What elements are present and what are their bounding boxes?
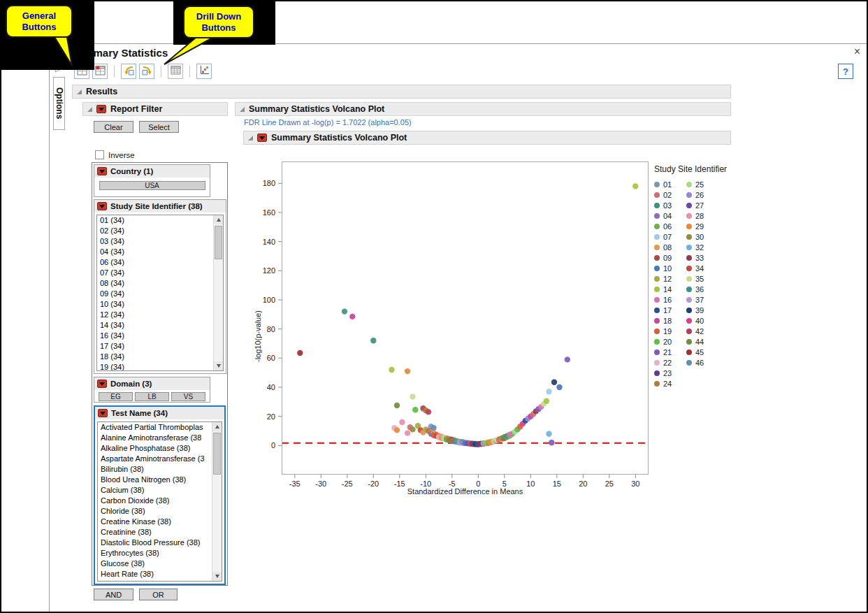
legend-item[interactable]: 30: [686, 231, 718, 242]
domain-value-eg[interactable]: EG: [99, 392, 133, 401]
legend-item[interactable]: 21: [654, 347, 686, 357]
list-item[interactable]: Creatine Kinase (38): [98, 517, 212, 527]
scroll-down-icon[interactable]: [214, 361, 223, 370]
legend-item[interactable]: 39: [686, 305, 718, 315]
help-button[interactable]: ?: [838, 64, 853, 79]
clear-button[interactable]: Clear: [94, 121, 133, 133]
legend-item[interactable]: 35: [686, 273, 718, 284]
list-item[interactable]: 16 (34): [97, 331, 213, 341]
red-triangle-menu-icon[interactable]: [97, 380, 107, 388]
list-item[interactable]: Bilirubin (38): [98, 464, 212, 475]
list-item[interactable]: 18 (34): [97, 352, 213, 362]
scroll-up-icon[interactable]: [214, 215, 223, 224]
list-item[interactable]: Alkaline Phosphatase (38): [98, 443, 212, 454]
legend-item[interactable]: 28: [686, 210, 718, 221]
legend-item[interactable]: 16: [654, 294, 686, 305]
legend-item[interactable]: 14: [654, 284, 686, 294]
list-item[interactable]: Erythrocytes (38): [98, 548, 212, 558]
legend-item[interactable]: 23: [654, 368, 686, 378]
list-item[interactable]: Glucose (38): [98, 558, 212, 569]
next-analysis-button[interactable]: [139, 64, 154, 79]
legend-item[interactable]: 17: [654, 305, 686, 315]
legend-item[interactable]: 18: [654, 315, 686, 326]
legend-item[interactable]: 02: [654, 189, 686, 200]
options-panel-tab[interactable]: Options: [53, 77, 65, 130]
legend-item[interactable]: 27: [686, 200, 718, 210]
legend-item[interactable]: 06: [654, 221, 686, 231]
legend-item[interactable]: 40: [686, 315, 718, 326]
list-item[interactable]: 01 (34): [97, 215, 213, 226]
list-item[interactable]: Calcium (38): [98, 485, 212, 496]
inverse-checkbox[interactable]: [95, 150, 104, 159]
legend-item[interactable]: 10: [654, 263, 686, 273]
list-item[interactable]: Heart Rate (38): [98, 569, 212, 579]
list-item[interactable]: 08 (34): [97, 278, 213, 289]
legend-item[interactable]: 26: [686, 189, 718, 200]
list-item[interactable]: 10 (34): [97, 299, 213, 310]
disclosure-triangle-icon[interactable]: [248, 136, 253, 140]
list-item[interactable]: 12 (34): [97, 310, 213, 320]
red-triangle-menu-icon[interactable]: [257, 134, 267, 142]
list-item[interactable]: 14 (34): [97, 320, 213, 331]
test-name-scrollbar[interactable]: [212, 422, 222, 581]
red-triangle-menu-icon[interactable]: [97, 202, 107, 210]
list-item[interactable]: 19 (34): [97, 362, 213, 370]
domain-value-vs[interactable]: VS: [171, 392, 205, 401]
legend-item[interactable]: 34: [686, 263, 718, 273]
red-triangle-menu-icon[interactable]: [97, 167, 107, 175]
scroll-down-icon[interactable]: [212, 572, 222, 581]
list-item[interactable]: Carbon Dioxide (38): [98, 496, 212, 506]
disclosure-triangle-icon[interactable]: [77, 89, 82, 94]
legend-item[interactable]: 29: [686, 221, 718, 231]
disclosure-triangle-icon[interactable]: [87, 107, 92, 112]
legend-item[interactable]: 12: [654, 273, 686, 284]
or-button[interactable]: OR: [139, 589, 178, 600]
list-item[interactable]: 03 (34): [97, 236, 213, 247]
and-button[interactable]: AND: [94, 589, 133, 600]
list-item[interactable]: 09 (34): [97, 289, 213, 299]
legend-item[interactable]: 08: [654, 242, 686, 252]
legend-item[interactable]: 22: [654, 357, 686, 368]
legend-item[interactable]: 20: [654, 336, 686, 347]
legend-item[interactable]: 24: [654, 378, 686, 389]
legend-item[interactable]: 25: [686, 179, 718, 189]
disclosure-triangle-icon[interactable]: [240, 107, 245, 112]
country-value-usa[interactable]: USA: [99, 181, 205, 190]
scrollbar-thumb[interactable]: [215, 226, 222, 259]
legend-item[interactable]: 33: [686, 252, 718, 263]
select-button[interactable]: Select: [139, 121, 179, 133]
list-item[interactable]: 06 (34): [97, 257, 213, 268]
legend-item[interactable]: 45: [686, 347, 718, 357]
legend-item[interactable]: 09: [654, 252, 686, 263]
legend-item[interactable]: 36: [686, 284, 718, 294]
legend-item[interactable]: 46: [686, 357, 718, 368]
list-item[interactable]: Alanine Aminotransferase (38: [98, 433, 212, 443]
legend-item[interactable]: 03: [654, 200, 686, 210]
list-item[interactable]: 17 (34): [97, 341, 213, 352]
close-icon[interactable]: ×: [854, 45, 860, 58]
legend-item[interactable]: 37: [686, 294, 718, 305]
volcano-plot[interactable]: -35-30-25-20-15-10-505101520253002040608…: [282, 161, 649, 475]
legend-item[interactable]: 32: [686, 242, 718, 252]
legend-item[interactable]: 04: [654, 210, 686, 221]
legend-item[interactable]: 01: [654, 179, 686, 189]
legend-item[interactable]: 07: [654, 231, 686, 242]
previous-analysis-button[interactable]: [121, 64, 136, 79]
list-item[interactable]: Aspartate Aminotransferase (3: [98, 454, 212, 464]
make-data-table-button[interactable]: [92, 64, 108, 79]
list-item[interactable]: Activated Partial Thromboplas: [98, 422, 212, 433]
legend-item[interactable]: 42: [686, 326, 718, 336]
list-item[interactable]: 04 (34): [97, 247, 213, 257]
list-item[interactable]: Blood Urea Nitrogen (38): [98, 475, 212, 485]
red-triangle-menu-icon[interactable]: [96, 105, 106, 113]
list-item[interactable]: 02 (34): [97, 226, 213, 236]
legend-item[interactable]: 19: [654, 326, 686, 336]
list-item[interactable]: Chloride (38): [98, 506, 212, 517]
list-item[interactable]: 07 (34): [97, 268, 213, 278]
study-site-scrollbar[interactable]: [213, 215, 223, 370]
scrollbar-thumb[interactable]: [213, 433, 221, 475]
legend-item[interactable]: 44: [686, 336, 718, 347]
scroll-up-icon[interactable]: [212, 422, 222, 431]
red-triangle-menu-icon[interactable]: [98, 409, 108, 417]
list-item[interactable]: Diastolic Blood Pressure (38): [98, 538, 212, 548]
